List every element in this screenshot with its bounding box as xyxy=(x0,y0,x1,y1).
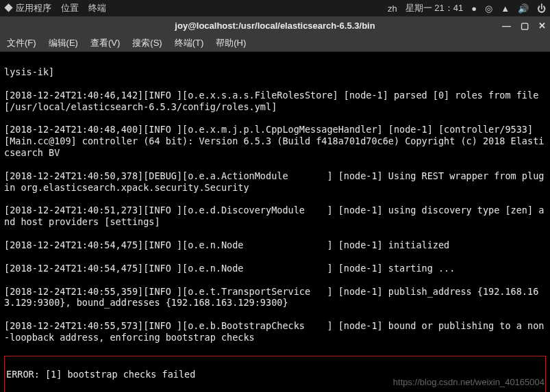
ime-indicator[interactable]: zh xyxy=(388,3,397,14)
menu-file[interactable]: 文件(F) xyxy=(7,37,36,49)
log-line: [2018-12-24T21:40:54,475][INFO ][o.e.n.N… xyxy=(4,263,546,274)
minimize-button[interactable]: — xyxy=(502,21,511,31)
log-line: [2018-12-24T21:40:54,475][INFO ][o.e.n.N… xyxy=(4,239,546,251)
close-button[interactable]: ✕ xyxy=(538,21,546,31)
log-line: [2018-12-24T21:40:46,142][INFO ][o.e.x.s… xyxy=(4,90,546,113)
log-line: lysis-ik] xyxy=(4,66,546,78)
power-icon[interactable]: ⏻ xyxy=(537,3,546,14)
log-line: [2018-12-24T21:40:51,273][INFO ][o.e.d.D… xyxy=(4,205,546,228)
log-line: [2018-12-24T21:40:55,573][INFO ][o.e.b.B… xyxy=(4,320,546,343)
window-title: joy@localhost:/usr/local/elasticsearch-6… xyxy=(175,21,375,31)
volume-icon[interactable]: 🔊 xyxy=(518,3,529,14)
maximize-button[interactable]: ▢ xyxy=(521,21,529,31)
menu-search[interactable]: 搜索(S) xyxy=(132,37,162,49)
window-titlebar[interactable]: joy@localhost:/usr/local/elasticsearch-6… xyxy=(0,16,550,34)
log-line: [2018-12-24T21:40:48,400][INFO ][o.e.x.m… xyxy=(4,124,546,159)
log-line: [2018-12-24T21:40:55,359][INFO ][o.e.t.T… xyxy=(4,286,546,309)
log-line: [2018-12-24T21:40:50,378][DEBUG][o.e.a.A… xyxy=(4,170,546,194)
accessibility-icon[interactable]: ◎ xyxy=(485,3,492,14)
top-panel: ◆ 应用程序 位置 终端 zh 星期一 21：41 ● ◎ ▲ 🔊 ⏻ xyxy=(0,0,550,16)
menu-bar: 文件(F) 编辑(E) 查看(V) 搜索(S) 终端(T) 帮助(H) xyxy=(0,34,550,52)
menu-help[interactable]: 帮助(H) xyxy=(216,37,246,49)
menu-view[interactable]: 查看(V) xyxy=(90,37,120,49)
panel-app-terminal[interactable]: 终端 xyxy=(88,2,106,14)
terminal-output[interactable]: lysis-ik] [2018-12-24T21:40:46,142][INFO… xyxy=(0,52,550,392)
menu-terminal[interactable]: 终端(T) xyxy=(175,37,204,49)
network-icon[interactable]: ▲ xyxy=(501,3,510,14)
record-icon[interactable]: ● xyxy=(471,3,477,14)
watermark: https://blog.csdn.net/weixin_40165004 xyxy=(393,377,545,388)
panel-menu-places[interactable]: 位置 xyxy=(61,2,79,14)
menu-edit[interactable]: 编辑(E) xyxy=(49,37,78,49)
panel-menu-apps[interactable]: ◆ 应用程序 xyxy=(4,2,51,14)
clock[interactable]: 星期一 21：41 xyxy=(405,2,464,14)
